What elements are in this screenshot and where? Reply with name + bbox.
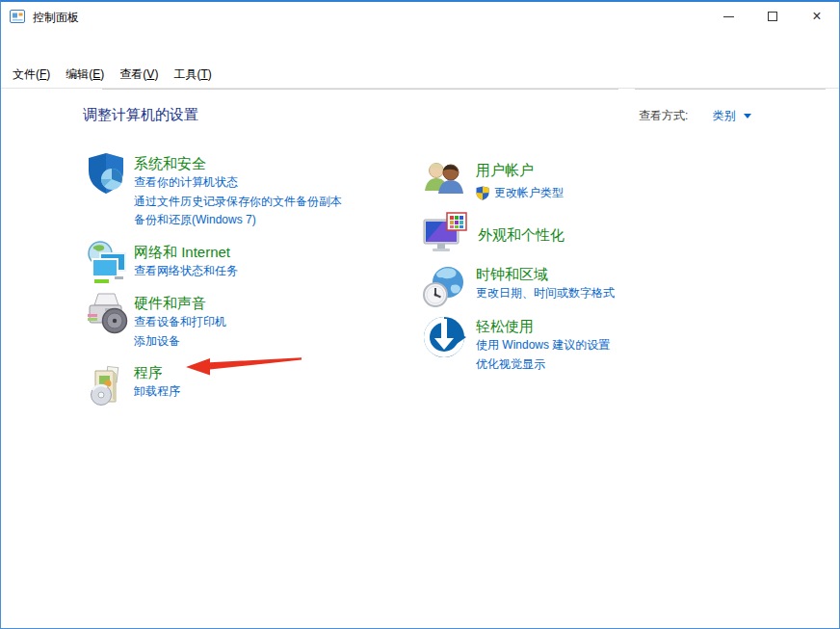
category-system-security: 系统和安全 查看你的计算机状态 通过文件历史记录保存你的文件备份副本 备份和还原… <box>86 151 418 230</box>
user-accounts-icon[interactable] <box>422 159 466 201</box>
link-backup-restore-win7[interactable]: 备份和还原(Windows 7) <box>134 211 413 230</box>
view-by-value[interactable]: 类别 <box>713 109 736 122</box>
link-ease-of-access[interactable]: 轻松使用 <box>476 312 746 336</box>
security-shield-icon[interactable] <box>86 151 128 197</box>
close-button[interactable]: × <box>795 2 839 31</box>
link-change-date-time-formats[interactable]: 更改日期、时间或数字格式 <box>476 284 746 303</box>
link-uninstall-program[interactable]: 卸载程序 <box>134 382 413 402</box>
menu-file[interactable]: 文件(F) <box>13 66 50 83</box>
category-ease-of-access: 轻松使用 使用 Windows 建议的设置 优化视觉显示 <box>422 312 754 374</box>
menu-bar: 文件(F) 编辑(E) 查看(V) 工具(T) <box>1 61 839 89</box>
link-appearance-personalization[interactable]: 外观和个性化 <box>478 210 748 245</box>
link-clock-region[interactable]: 时钟和区域 <box>476 262 746 284</box>
category-programs: 程序 卸载程序 <box>86 359 418 407</box>
link-system-security[interactable]: 系统和安全 <box>134 151 413 173</box>
link-file-history-backup[interactable]: 通过文件历史记录保存你的文件备份副本 <box>134 193 413 212</box>
control-panel-window: 控制面板 × ← → ↑ › 控制面板 › <box>0 0 840 629</box>
link-view-network-status[interactable]: 查看网络状态和任务 <box>134 262 413 281</box>
link-windows-suggested-settings[interactable]: 使用 Windows 建议的设置 <box>476 336 746 355</box>
link-check-computer-status[interactable]: 查看你的计算机状态 <box>134 173 413 193</box>
minimize-icon <box>723 16 734 17</box>
dropdown-arrow-icon[interactable] <box>744 114 751 118</box>
link-optimize-visual-display[interactable]: 优化视觉显示 <box>476 355 746 375</box>
network-internet-icon[interactable] <box>86 241 128 285</box>
hardware-sound-icon[interactable] <box>86 291 128 335</box>
maximize-icon <box>768 12 777 21</box>
menu-view[interactable]: 查看(V) <box>119 66 158 83</box>
page-title: 调整计算机的设置 <box>83 106 198 124</box>
category-network-internet: 网络和 Internet 查看网络状态和任务 <box>86 241 418 285</box>
change-account-type-row: 更改帐户类型 <box>476 184 746 203</box>
link-programs[interactable]: 程序 <box>134 359 413 382</box>
category-appearance-personalization: 外观和个性化 <box>422 210 754 256</box>
link-hardware-sound[interactable]: 硬件和声音 <box>134 291 413 313</box>
link-user-accounts[interactable]: 用户帐户 <box>476 156 746 180</box>
navigation-bar: ← → ↑ › 控制面板 › ↻ <box>1 31 839 61</box>
ease-of-access-icon[interactable] <box>422 315 466 359</box>
appearance-personalization-icon[interactable] <box>422 212 468 256</box>
close-icon: × <box>812 9 821 24</box>
title-bar: 控制面板 × <box>1 2 839 31</box>
menu-tools[interactable]: 工具(T) <box>173 66 211 83</box>
link-view-devices-printers[interactable]: 查看设备和打印机 <box>134 313 413 332</box>
view-by-label: 查看方式: <box>639 109 688 122</box>
clock-region-icon[interactable] <box>422 264 466 308</box>
category-user-accounts: 用户帐户 更改帐户类型 <box>422 156 754 203</box>
link-network-internet[interactable]: 网络和 Internet <box>134 241 413 262</box>
window-title: 控制面板 <box>33 10 79 26</box>
link-change-account-type[interactable]: 更改帐户类型 <box>494 184 564 203</box>
maximize-button[interactable] <box>750 2 795 31</box>
control-panel-icon <box>10 9 25 24</box>
menu-edit[interactable]: 编辑(E) <box>66 66 104 83</box>
programs-icon[interactable] <box>86 365 128 407</box>
uac-shield-icon <box>476 186 489 200</box>
view-by-control: 查看方式: 类别 <box>639 108 751 124</box>
minimize-button[interactable] <box>706 2 750 31</box>
category-hardware-sound: 硬件和声音 查看设备和打印机 添加设备 <box>86 291 418 351</box>
category-clock-region: 时钟和区域 更改日期、时间或数字格式 <box>422 262 754 308</box>
link-add-device[interactable]: 添加设备 <box>134 332 413 352</box>
